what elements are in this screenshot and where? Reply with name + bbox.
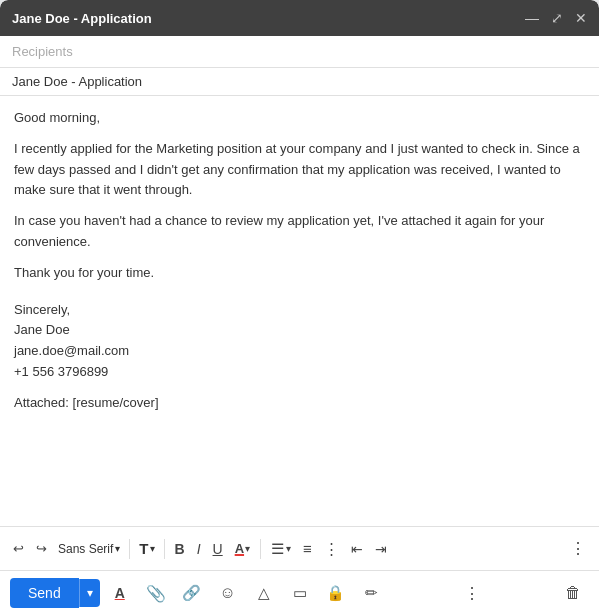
align-button[interactable]: ☰ ▾ [266,536,296,562]
paragraph3: Thank you for your time. [14,263,585,284]
send-label: Send [28,585,61,601]
subject-bar[interactable]: Jane Doe - Application [0,68,599,96]
formatting-toolbar: ↩ ↪ Sans Serif ▾ T ▾ B I U A ▾ [0,526,599,570]
more-formatting-icon: ⋮ [570,539,586,558]
drive-button[interactable]: △ [248,577,280,609]
toolbar-separator-3 [260,539,261,559]
align-icon: ☰ [271,540,284,558]
more-options-button[interactable]: ⋮ [456,577,488,609]
window-title: Jane Doe - Application [12,11,152,26]
italic-button[interactable]: I [192,537,206,561]
recipients-bar[interactable]: Recipients [0,36,599,68]
email-body[interactable]: Good morning, I recently applied for the… [0,96,599,526]
indent-less-button[interactable]: ⇤ [346,537,368,561]
underline-icon: U [213,541,223,557]
font-size-T-icon: T [139,540,148,557]
send-options-button[interactable]: ▾ [79,579,100,607]
photo-button[interactable]: ▭ [284,577,316,609]
link-icon: 🔗 [182,584,201,602]
align-chevron: ▾ [286,543,291,554]
emoji-icon: ☺ [220,584,236,602]
redo-button[interactable]: ↪ [31,537,52,560]
font-color-button[interactable]: A ▾ [230,537,255,560]
more-formatting-button[interactable]: ⋮ [565,535,591,562]
actions-toolbar: Send ▾ A 📎 🔗 ☺ △ ▭ 🔒 ✏ [0,570,599,615]
paragraph2: In case you haven't had a chance to revi… [14,211,585,253]
send-arrow-icon: ▾ [87,586,93,600]
bullet-list-icon: ≡ [303,540,312,557]
signature-line3: jane.doe@mail.com [14,341,585,362]
attached-line: Attached: [resume/cover] [14,393,585,414]
window-controls: — ⤢ ✕ [525,11,587,25]
send-button[interactable]: Send [10,578,79,608]
font-color-icon: A [235,541,244,556]
attach-icon: 📎 [146,584,166,603]
number-list-button[interactable]: ⋮ [319,536,344,562]
font-size-chevron: ▾ [150,543,155,554]
bold-button[interactable]: B [170,537,190,561]
redo-icon: ↪ [36,541,47,556]
delete-button[interactable]: 🗑 [557,577,589,609]
lock-icon: 🔒 [326,584,345,602]
underline-button[interactable]: U [208,537,228,561]
toolbar-separator-1 [129,539,130,559]
drive-icon: △ [258,584,270,602]
font-size-button[interactable]: T ▾ [135,537,158,560]
number-list-icon: ⋮ [324,540,339,558]
bullet-list-button[interactable]: ≡ [298,536,317,561]
undo-button[interactable]: ↩ [8,537,29,560]
indent-less-icon: ⇤ [351,541,363,557]
format-text-button[interactable]: A [104,577,136,609]
paragraph1: I recently applied for the Marketing pos… [14,139,585,201]
font-color-chevron: ▾ [245,543,250,554]
photo-icon: ▭ [293,584,307,602]
attach-button[interactable]: 📎 [140,577,172,609]
lock-button[interactable]: 🔒 [320,577,352,609]
toolbar-separator-2 [164,539,165,559]
emoji-button[interactable]: ☺ [212,577,244,609]
bold-icon: B [175,541,185,557]
font-family-chevron: ▾ [115,543,120,554]
close-button[interactable]: ✕ [575,11,587,25]
italic-icon: I [197,541,201,557]
indent-more-icon: ⇥ [375,541,387,557]
delete-icon: 🗑 [565,584,581,602]
signature: Sincerely, Jane Doe jane.doe@mail.com +1… [14,300,585,414]
recipients-label: Recipients [12,44,73,59]
signature-line1: Sincerely, [14,300,585,321]
font-family-label: Sans Serif [58,542,113,556]
send-group: Send ▾ [10,578,100,608]
minimize-button[interactable]: — [525,11,539,25]
subject-text: Jane Doe - Application [12,74,142,89]
title-bar: Jane Doe - Application — ⤢ ✕ [0,0,599,36]
signature-line2: Jane Doe [14,320,585,341]
format-text-icon: A [115,585,125,601]
link-button[interactable]: 🔗 [176,577,208,609]
font-family-selector[interactable]: Sans Serif ▾ [54,539,124,559]
undo-icon: ↩ [13,541,24,556]
signature-button[interactable]: ✏ [356,577,388,609]
signature-line4: +1 556 3796899 [14,362,585,383]
greeting: Good morning, [14,108,585,129]
resize-button[interactable]: ⤢ [551,11,563,25]
indent-more-button[interactable]: ⇥ [370,537,392,561]
compose-window: Jane Doe - Application — ⤢ ✕ Recipients … [0,0,599,615]
more-options-icon: ⋮ [464,584,480,603]
signature-icon: ✏ [365,584,378,602]
